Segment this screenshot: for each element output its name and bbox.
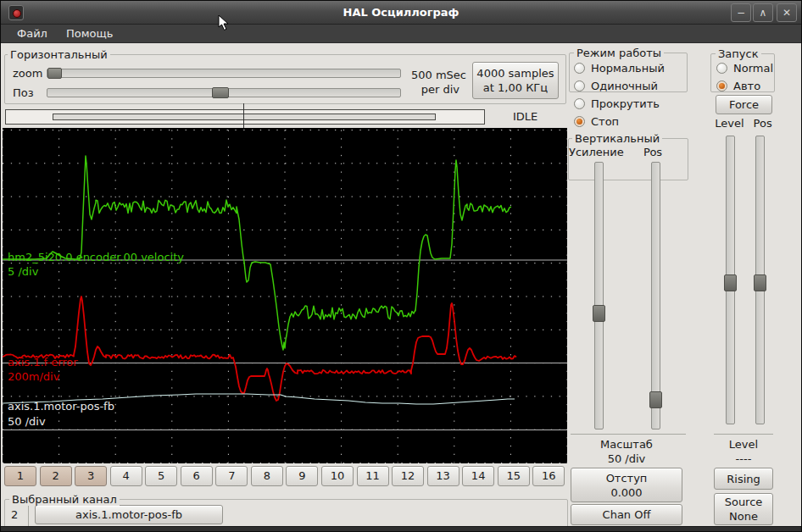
trace-2-name-label: axis.1.f-error bbox=[8, 356, 78, 369]
channel-button-14[interactable]: 14 bbox=[462, 466, 494, 486]
vertical-pos-slider-label: Pos bbox=[643, 146, 662, 158]
trigger-source-line1: Source bbox=[725, 495, 763, 509]
menu-item-file[interactable]: Файл bbox=[9, 25, 55, 42]
channel-button-6[interactable]: 6 bbox=[181, 466, 213, 486]
channel-button-11[interactable]: 11 bbox=[357, 466, 389, 486]
rate-per-div-line2: per div bbox=[387, 83, 459, 96]
title-bar[interactable]: HAL Осциллограф − ∧ ✕ bbox=[1, 1, 801, 25]
trigger-frame-label: Запуск bbox=[716, 47, 761, 60]
trace-1-scale-label: 5 /div bbox=[8, 265, 38, 278]
trigger-source-line2: None bbox=[729, 509, 758, 524]
channel-button-10[interactable]: 10 bbox=[321, 466, 354, 486]
trace-3-name-label: axis.1.motor-pos-fb bbox=[8, 400, 114, 413]
channel-button-13[interactable]: 13 bbox=[427, 466, 459, 486]
chan-off-button[interactable]: Chan Off bbox=[571, 504, 682, 525]
force-button[interactable]: Force bbox=[716, 95, 772, 114]
close-button[interactable]: ✕ bbox=[777, 3, 797, 22]
samples-button-line2: at 1,00 КГц bbox=[483, 80, 548, 95]
trigger-level-readout-value: ---- bbox=[714, 452, 773, 465]
menu-item-help[interactable]: Помощь bbox=[58, 25, 120, 42]
vertical-separator bbox=[571, 434, 686, 435]
trigger-option-1[interactable]: Авто bbox=[716, 80, 773, 91]
record-progress-fill bbox=[53, 114, 436, 120]
trigger-pos-slider-handle[interactable] bbox=[754, 274, 766, 291]
channel-button-4[interactable]: 4 bbox=[110, 466, 142, 486]
channel-button-7[interactable]: 7 bbox=[215, 466, 248, 486]
mode-option-0[interactable]: Нормальный bbox=[574, 62, 665, 74]
vertical-pos-slider-handle[interactable] bbox=[649, 391, 662, 408]
radio-icon[interactable] bbox=[574, 63, 585, 74]
offset-button[interactable]: Отступ 0.000 bbox=[571, 468, 682, 502]
trigger-slider-labels: Level Pos bbox=[712, 117, 775, 130]
trigger-level-slider[interactable] bbox=[726, 136, 735, 424]
vertical-pos-slider[interactable] bbox=[651, 162, 660, 429]
channel-button-2[interactable]: 2 bbox=[40, 466, 72, 486]
channel-button-1[interactable]: 1 bbox=[4, 466, 36, 486]
position-slider[interactable] bbox=[47, 88, 401, 97]
samples-button[interactable]: 4000 samples at 1,00 КГц bbox=[472, 62, 559, 99]
trigger-option-label: Авто bbox=[733, 80, 760, 92]
channel-button-16[interactable]: 16 bbox=[532, 466, 565, 486]
position-slider-label: Поз bbox=[13, 86, 34, 99]
zoom-slider-label: zoom bbox=[13, 67, 42, 80]
mode-option-2[interactable]: Прокрутить bbox=[574, 97, 665, 109]
radio-icon[interactable] bbox=[716, 80, 727, 91]
mode-option-label: Прокрутить bbox=[591, 97, 660, 110]
channel-button-12[interactable]: 12 bbox=[392, 466, 424, 486]
trace-3-scale-label: 50 /div bbox=[8, 415, 46, 428]
mode-option-3[interactable]: Стоп bbox=[574, 115, 665, 127]
maximize-button[interactable]: ∧ bbox=[753, 3, 773, 22]
position-slider-handle[interactable] bbox=[212, 87, 229, 98]
trace-1-name-label: hm2_5i20.0.encoder.00.velocity bbox=[8, 251, 184, 263]
scope-display bbox=[3, 128, 567, 463]
radio-icon[interactable] bbox=[574, 80, 585, 91]
window-bottom-border bbox=[1, 526, 801, 532]
trigger-radio-group: NormalАвто bbox=[716, 62, 773, 97]
mode-option-label: Нормальный bbox=[591, 62, 665, 75]
trigger-level-readout-label: Level bbox=[714, 438, 773, 451]
mode-option-label: Стоп bbox=[591, 115, 619, 128]
channel-button-3[interactable]: 3 bbox=[75, 466, 107, 486]
scale-label: Масштаб bbox=[571, 438, 682, 451]
offset-button-label: Отступ bbox=[606, 471, 648, 485]
mode-frame-label: Режим работы bbox=[574, 47, 664, 59]
mode-option-1[interactable]: Одиночный bbox=[574, 80, 665, 91]
record-progress-bar bbox=[5, 109, 485, 125]
trace-2-scale-label: 200m/div bbox=[8, 370, 59, 383]
radio-icon[interactable] bbox=[574, 116, 585, 127]
zoom-slider[interactable] bbox=[47, 69, 401, 78]
selected-channel-name-button[interactable]: axis.1.motor-pos-fb bbox=[35, 505, 223, 524]
channel-button-8[interactable]: 8 bbox=[251, 466, 283, 486]
gain-slider[interactable] bbox=[594, 162, 604, 429]
minimize-button[interactable]: − bbox=[731, 3, 751, 22]
channel-button-5[interactable]: 5 bbox=[145, 466, 177, 486]
trigger-position-marker bbox=[243, 103, 244, 129]
radio-icon[interactable] bbox=[716, 63, 727, 74]
horizontal-frame-label: Горизонтальный bbox=[8, 48, 110, 61]
trigger-option-0[interactable]: Normal bbox=[716, 62, 773, 74]
channel-button-9[interactable]: 9 bbox=[286, 466, 318, 486]
trigger-source-button[interactable]: Source None bbox=[714, 493, 773, 525]
selected-channel-number: 2 bbox=[11, 508, 18, 521]
trigger-option-label: Normal bbox=[733, 62, 773, 75]
gain-slider-label: Усиление bbox=[569, 146, 624, 158]
acquisition-status: IDLE bbox=[513, 110, 537, 123]
zoom-slider-handle[interactable] bbox=[47, 68, 62, 79]
scope-canvas bbox=[3, 128, 567, 463]
gain-slider-handle[interactable] bbox=[593, 305, 605, 322]
app-window: HAL Осциллограф − ∧ ✕ Файл Помощь Горизо… bbox=[0, 0, 802, 532]
trigger-level-label: Level bbox=[715, 117, 744, 130]
trigger-pos-slider[interactable] bbox=[755, 136, 765, 424]
selected-channel-frame-label: Выбранный канал bbox=[9, 493, 120, 506]
offset-button-value: 0.000 bbox=[610, 485, 642, 500]
vertical-frame-label: Вертикальный bbox=[572, 132, 662, 145]
trigger-level-slider-handle[interactable] bbox=[724, 274, 737, 291]
menu-bar: Файл Помощь bbox=[1, 25, 801, 43]
samples-button-line1: 4000 samples bbox=[476, 66, 554, 80]
mode-radio-group: НормальныйОдиночныйПрокрутитьСтоп bbox=[574, 62, 665, 133]
radio-icon[interactable] bbox=[574, 98, 585, 109]
channel-button-15[interactable]: 15 bbox=[498, 466, 530, 486]
rate-per-div-line1: 500 mSec bbox=[387, 69, 466, 81]
window-title: HAL Осциллограф bbox=[1, 6, 801, 19]
rising-button[interactable]: Rising bbox=[714, 468, 773, 490]
